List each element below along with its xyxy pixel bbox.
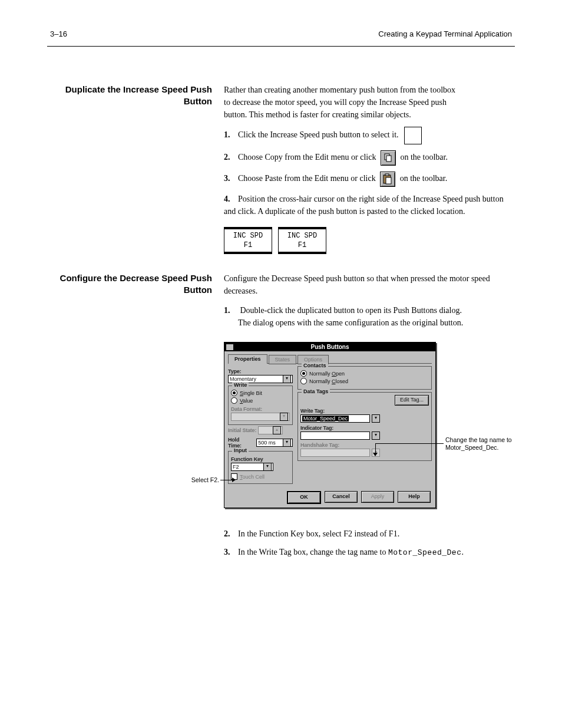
- hold-time-combo[interactable]: 500 ms▾: [256, 439, 293, 447]
- contacts-closed-radio[interactable]: Normally Closed: [300, 378, 429, 384]
- dup-step-3: 3.Choose Paste from the Edit menu or cli…: [224, 172, 513, 187]
- write-tag-label: Write Tag:: [300, 408, 429, 414]
- indicator-tag-input[interactable]: [300, 431, 370, 440]
- type-label: Type:: [228, 368, 293, 374]
- config-step-3: 3.In the Write Tag box, change the tag n…: [224, 546, 513, 559]
- chevron-down-icon[interactable]: ▾: [372, 431, 380, 440]
- dialog-button-row: OK Cancel Apply Help: [224, 487, 435, 508]
- duplicate-button-illustration: INC SPD F1 INC SPD F1: [224, 229, 342, 252]
- write-group: Write Single Bit Value Data Format: ▾: [228, 386, 293, 425]
- inc-spd-button-copy: INC SPD F1: [278, 229, 326, 252]
- system-menu-icon[interactable]: [226, 344, 234, 351]
- push-buttons-dialog: Push Buttons Properties States Options T…: [224, 342, 436, 508]
- header-rule: [47, 46, 515, 47]
- svg-rect-4: [386, 177, 391, 184]
- dup-intro-text: Rather than creating another momentary p…: [224, 84, 513, 121]
- write-value-radio[interactable]: Value: [231, 397, 290, 404]
- data-tags-group: Data Tags Edit Tag... Write Tag: Motor_S…: [297, 392, 432, 461]
- page-number: 3–16: [50, 29, 67, 38]
- help-button[interactable]: Help: [398, 491, 431, 503]
- contacts-open-radio[interactable]: Normally Open: [300, 370, 429, 377]
- paste-icon: [380, 172, 395, 187]
- initial-state-label: Initial State:: [228, 427, 256, 433]
- config-intro-text: Configure the Decrease Speed push button…: [224, 272, 513, 297]
- svg-rect-1: [386, 156, 391, 162]
- write-single-bit-radio[interactable]: Single Bit: [231, 390, 290, 396]
- dialog-title-bar[interactable]: Push Buttons: [224, 342, 435, 351]
- dup-step-2: 2.Choose Copy from the Edit menu or clic…: [224, 150, 513, 166]
- data-format-combo: ▾: [231, 413, 290, 421]
- chevron-down-icon[interactable]: ▾: [283, 375, 291, 383]
- chevron-down-icon[interactable]: ▾: [283, 439, 291, 447]
- ok-button[interactable]: OK: [287, 491, 321, 504]
- selection-box-icon: [404, 127, 422, 144]
- config-step-2: 2.In the Function Key box, select F2 ins…: [224, 528, 513, 540]
- function-key-combo[interactable]: F2▾: [231, 463, 273, 471]
- edit-tag-button[interactable]: Edit Tag...: [395, 395, 429, 406]
- contacts-group: Contacts Normally Open Normally Closed: [297, 366, 432, 390]
- function-key-label: Function Key: [231, 456, 290, 462]
- copy-icon: [381, 150, 396, 166]
- chevron-down-icon[interactable]: ▾: [372, 414, 380, 423]
- config-step-1: 1. Double-click the duplicated button to…: [224, 304, 513, 329]
- chevron-down-icon: ▾: [280, 413, 288, 421]
- inc-spd-button-original: INC SPD F1: [224, 229, 272, 252]
- tab-states[interactable]: States: [269, 355, 297, 364]
- callout-change-tag: Change the tag name to Motor_Speed_Dec.: [445, 436, 522, 452]
- initial-state-combo: ▴: [258, 426, 283, 434]
- dup-step-1: 1.Click the Increase Speed push button t…: [224, 127, 513, 144]
- apply-button[interactable]: Apply: [361, 491, 394, 503]
- hold-time-label: Hold Time:: [228, 437, 254, 449]
- chevron-down-icon[interactable]: ▾: [263, 463, 272, 471]
- section-heading-duplicate: Duplicate the Increase Speed Push Button: [59, 84, 212, 107]
- page-header: Creating a Keypad Terminal Application: [378, 29, 512, 38]
- svg-rect-3: [385, 174, 389, 176]
- dup-step-4: 4.Position the cross-hair cursor on the …: [224, 193, 513, 218]
- callout-select-f2: Select F2.: [183, 476, 219, 484]
- data-format-label: Data Format:: [231, 406, 290, 412]
- section-heading-configure: Configure the Decrease Speed Push Button: [59, 272, 212, 295]
- spin-icon: ▴: [273, 426, 281, 434]
- tab-properties[interactable]: Properties: [228, 354, 267, 364]
- touch-cell-checkbox: Touch Cell: [231, 473, 290, 480]
- handshake-tag-input: [300, 449, 370, 457]
- cancel-button[interactable]: Cancel: [325, 491, 358, 503]
- input-group: Input Function Key F2▾ Touch Cell: [228, 451, 293, 484]
- write-tag-input[interactable]: Motor_Speed_Dec: [300, 414, 370, 423]
- indicator-tag-label: Indicator Tag:: [300, 425, 429, 431]
